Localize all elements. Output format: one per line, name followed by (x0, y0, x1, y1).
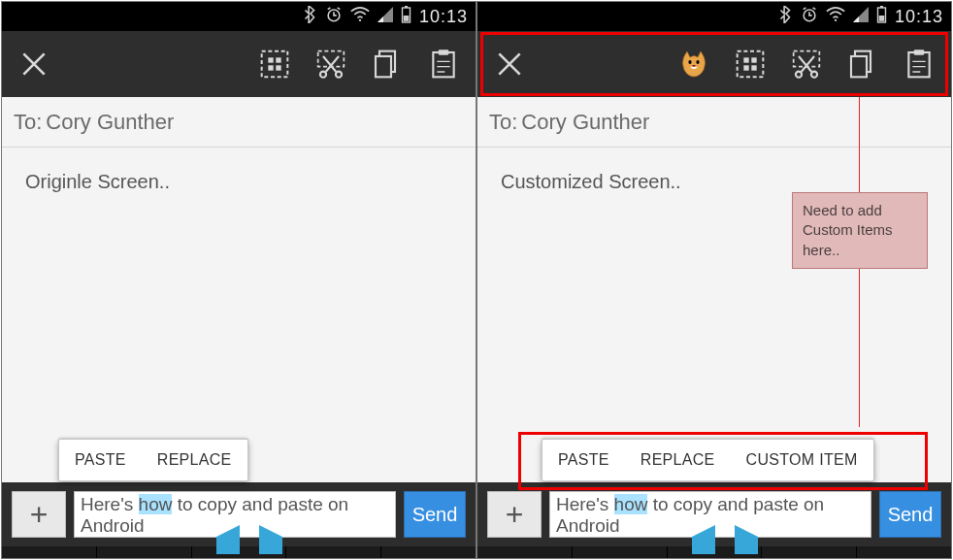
screenshot-original: 10:13 To: Cory Gunther Originle Screen..… (1, 1, 476, 559)
svg-rect-27 (743, 65, 748, 70)
bluetooth-icon (777, 6, 793, 28)
text-selection-menu: PASTE REPLACE (58, 439, 248, 481)
to-name: Cory Gunther (46, 110, 174, 135)
replace-option[interactable]: REPLACE (142, 440, 247, 480)
selection-handle-left[interactable] (216, 525, 240, 554)
message-text-before: Here's (556, 494, 614, 514)
screenshot-customized: 10:13 To: Cory Gunther Customized Screen… (476, 1, 952, 559)
cut-icon (315, 49, 346, 80)
svg-rect-34 (908, 52, 929, 77)
message-selection: how (139, 494, 173, 514)
svg-rect-14 (376, 56, 391, 77)
svg-point-22 (688, 60, 691, 64)
selection-handle-left[interactable] (692, 525, 715, 554)
key-period[interactable]: . (286, 546, 381, 559)
select-all-button[interactable] (732, 46, 769, 82)
svg-rect-35 (914, 49, 925, 54)
cut-icon (791, 49, 822, 80)
paste-icon (428, 49, 459, 80)
close-icon (18, 49, 49, 80)
recipient-row[interactable]: To: Cory Gunther (2, 97, 476, 148)
message-body-area: Customized Screen.. Need to add Custom I… (477, 148, 951, 482)
paste-button[interactable] (425, 46, 462, 82)
key-period[interactable]: . (762, 546, 857, 559)
custom-item-option[interactable]: CUSTOM ITEM (731, 440, 873, 480)
svg-rect-6 (268, 57, 273, 62)
paste-icon (904, 49, 935, 80)
key-semicolon[interactable]: ; (381, 546, 476, 559)
custom-cab-item[interactable] (675, 46, 712, 82)
select-all-button[interactable] (256, 46, 293, 82)
add-button[interactable]: + (12, 491, 66, 538)
message-selection: how (614, 494, 648, 514)
cat-icon (678, 49, 709, 80)
select-all-icon (735, 49, 766, 80)
close-button[interactable] (16, 46, 52, 82)
plus-icon: + (30, 497, 49, 533)
signal-icon (853, 7, 869, 27)
key-semicolon[interactable]: ; (857, 546, 951, 559)
svg-rect-20 (880, 6, 883, 8)
copy-icon (372, 49, 403, 80)
alarm-icon (325, 6, 343, 28)
to-label: To: (14, 110, 42, 135)
copy-button[interactable] (369, 46, 406, 82)
wifi-icon (350, 7, 370, 27)
add-button[interactable]: + (487, 491, 542, 538)
body-text: Originle Screen.. (25, 171, 170, 193)
key-question[interactable]: ? (573, 546, 668, 559)
selection-handle-right[interactable] (259, 525, 282, 554)
to-name: Cory Gunther (521, 110, 649, 135)
close-button[interactable] (491, 46, 528, 82)
key-exclaim[interactable]: ! (2, 546, 97, 559)
svg-rect-15 (433, 52, 453, 77)
send-button[interactable]: Send (404, 491, 466, 538)
contextual-action-bar (2, 31, 476, 97)
paste-option[interactable]: PASTE (542, 440, 625, 480)
message-body-area: Originle Screen.. PASTE REPLACE (2, 148, 476, 482)
replace-option[interactable]: REPLACE (625, 440, 731, 480)
body-text: Customized Screen.. (501, 171, 681, 193)
svg-point-1 (359, 18, 361, 20)
svg-rect-26 (751, 57, 756, 62)
recipient-row[interactable]: To: Cory Gunther (477, 97, 951, 148)
key-question[interactable]: ? (97, 546, 192, 559)
compose-bar: + Here's how to copy and paste on Androi… (2, 482, 476, 546)
svg-rect-8 (268, 65, 273, 70)
svg-rect-33 (851, 56, 867, 77)
wifi-icon (826, 7, 845, 27)
svg-point-12 (336, 72, 342, 78)
message-input[interactable]: Here's how to copy and paste on Android (74, 491, 396, 538)
copy-button[interactable] (844, 46, 881, 82)
text-selection-menu: PASTE REPLACE CUSTOM ITEM (542, 439, 874, 481)
select-all-icon (259, 49, 290, 80)
svg-rect-21 (879, 16, 885, 21)
copy-icon (847, 49, 878, 80)
message-input[interactable]: Here's how to copy and paste on Android (549, 491, 871, 538)
contextual-action-bar (477, 31, 951, 97)
close-icon (494, 49, 525, 80)
alarm-icon (801, 6, 818, 28)
compose-bar: + Here's how to copy and paste on Androi… (477, 482, 951, 546)
svg-point-11 (320, 72, 326, 78)
key-exclaim[interactable]: ! (477, 546, 573, 559)
signal-icon (378, 7, 393, 27)
to-label: To: (489, 110, 517, 135)
selection-handle-right[interactable] (735, 525, 758, 554)
battery-icon (876, 6, 887, 28)
send-button[interactable]: Send (879, 491, 941, 538)
bluetooth-icon (302, 6, 317, 28)
cut-button[interactable] (312, 46, 349, 82)
annotation-box: Need to add Custom Items here.. (792, 192, 928, 269)
svg-rect-28 (751, 65, 756, 70)
cut-button[interactable] (788, 46, 825, 82)
svg-point-18 (835, 18, 837, 20)
paste-option[interactable]: PASTE (59, 440, 142, 480)
svg-rect-7 (276, 57, 280, 62)
svg-rect-16 (439, 49, 449, 54)
status-bar: 10:13 (2, 2, 476, 31)
battery-icon (401, 6, 411, 28)
paste-button[interactable] (901, 46, 937, 82)
svg-rect-5 (262, 51, 288, 78)
svg-point-31 (811, 72, 817, 78)
